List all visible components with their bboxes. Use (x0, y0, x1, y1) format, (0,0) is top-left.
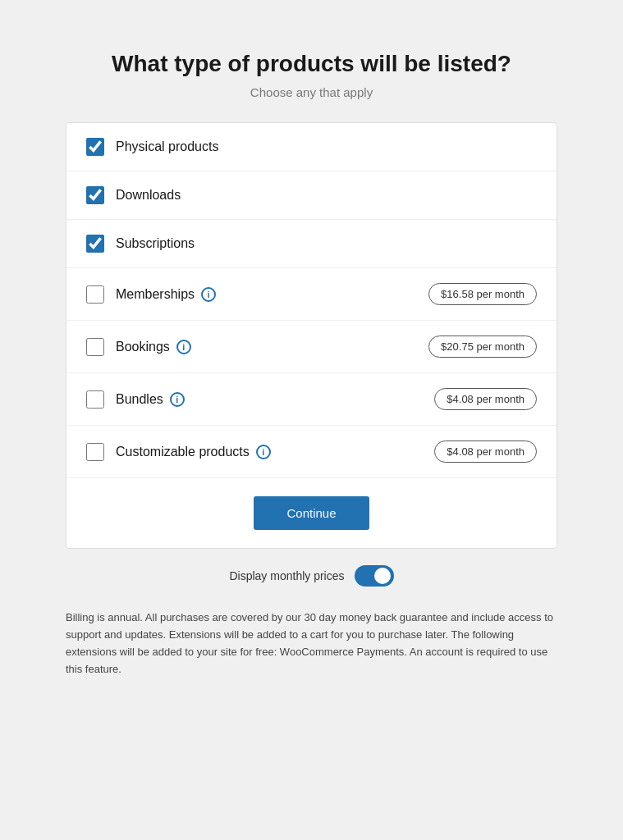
info-icon-memberships[interactable]: i (201, 287, 216, 302)
price-badge-customizable: $4.08 per month (434, 441, 537, 463)
option-text-subscriptions: Subscriptions (116, 236, 195, 251)
product-type-card: Physical productsDownloadsSubscriptionsM… (66, 122, 557, 549)
price-badge-bundles: $4.08 per month (434, 388, 537, 410)
checkbox-wrapper-bookings[interactable] (86, 338, 104, 356)
option-row-customizable: Customizable productsi$4.08 per month (66, 426, 557, 477)
price-badge-memberships: $16.58 per month (428, 283, 537, 305)
page-container: What type of products will be listed? Ch… (16, 16, 607, 840)
option-label-subscriptions: Subscriptions (116, 236, 537, 251)
billing-note: Billing is annual. All purchases are cov… (66, 609, 557, 678)
checkbox-wrapper-bundles[interactable] (86, 390, 104, 409)
checkbox-wrapper-subscriptions[interactable] (86, 235, 104, 253)
checkbox-bundles[interactable] (86, 390, 104, 409)
toggle-label: Display monthly prices (229, 569, 344, 582)
checkbox-bookings[interactable] (86, 338, 104, 356)
option-text-bundles: Bundles (116, 392, 163, 407)
option-row-physical: Physical products (66, 123, 557, 171)
toggle-slider (355, 565, 394, 587)
page-title: What type of products will be listed? (66, 49, 557, 79)
option-text-memberships: Memberships (116, 287, 195, 302)
info-icon-customizable[interactable]: i (256, 445, 271, 459)
checkbox-wrapper-customizable[interactable] (86, 443, 104, 461)
option-row-downloads: Downloads (66, 171, 557, 220)
option-row-subscriptions: Subscriptions (66, 220, 557, 268)
checkbox-physical[interactable] (86, 138, 104, 156)
option-text-bookings: Bookings (116, 340, 170, 354)
info-icon-bundles[interactable]: i (170, 392, 185, 407)
continue-row: Continue (66, 477, 557, 548)
option-label-bookings: Bookingsi (116, 340, 417, 354)
option-label-bundles: Bundlesi (116, 392, 423, 407)
toggle-row: Display monthly prices (66, 565, 557, 587)
option-label-physical: Physical products (116, 139, 537, 154)
checkbox-subscriptions[interactable] (86, 235, 104, 253)
option-row-bundles: Bundlesi$4.08 per month (66, 373, 557, 426)
checkbox-memberships[interactable] (86, 285, 104, 304)
option-label-memberships: Membershipsi (116, 287, 417, 302)
checkbox-downloads[interactable] (86, 186, 104, 204)
price-badge-bookings: $20.75 per month (428, 336, 537, 358)
option-label-downloads: Downloads (116, 188, 537, 203)
checkbox-wrapper-downloads[interactable] (86, 186, 104, 204)
checkbox-wrapper-physical[interactable] (86, 138, 104, 156)
info-icon-bookings[interactable]: i (176, 340, 191, 354)
monthly-prices-toggle[interactable] (355, 565, 394, 587)
page-subtitle: Choose any that apply (66, 85, 557, 99)
checkbox-wrapper-memberships[interactable] (86, 285, 104, 304)
option-text-physical: Physical products (116, 139, 218, 154)
checkbox-customizable[interactable] (86, 443, 104, 461)
option-text-customizable: Customizable products (116, 445, 250, 459)
option-row-bookings: Bookingsi$20.75 per month (66, 321, 557, 373)
option-row-memberships: Membershipsi$16.58 per month (66, 268, 557, 321)
option-label-customizable: Customizable productsi (116, 445, 423, 459)
option-text-downloads: Downloads (116, 188, 181, 203)
continue-button[interactable]: Continue (254, 496, 369, 530)
